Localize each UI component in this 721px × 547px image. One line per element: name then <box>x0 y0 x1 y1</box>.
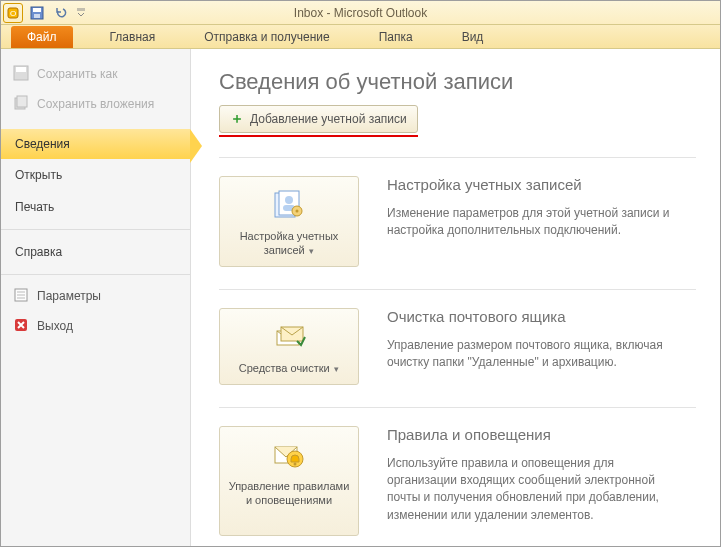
svg-point-24 <box>294 462 297 465</box>
sidebar-exit-label: Выход <box>37 319 73 333</box>
section-text: Правила и оповещения Используйте правила… <box>387 426 687 537</box>
qat-save-icon[interactable] <box>27 3 47 23</box>
section-description: Используйте правила и оповещения для орг… <box>387 455 687 525</box>
chevron-down-icon: ▾ <box>332 364 340 374</box>
backstage-main: Сведения об учетной записи ＋ Добавление … <box>191 49 720 546</box>
window-title: Inbox - Microsoft Outlook <box>294 6 427 20</box>
svg-rect-6 <box>16 67 26 72</box>
exit-icon <box>13 317 29 333</box>
svg-point-19 <box>296 210 299 213</box>
sidebar-info-label: Сведения <box>15 137 70 151</box>
plus-icon: ＋ <box>230 110 244 128</box>
sidebar-divider <box>1 229 190 230</box>
ribbon-tabs: Файл Главная Отправка и получение Папка … <box>1 25 720 49</box>
tab-view[interactable]: Вид <box>450 26 496 48</box>
section-text: Настройка учетных записей Изменение пара… <box>387 176 687 267</box>
svg-rect-8 <box>17 96 27 107</box>
svg-point-16 <box>285 196 293 204</box>
backstage-sidebar: Сохранить как Сохранить вложения Сведени… <box>1 49 191 546</box>
svg-text:O: O <box>10 9 16 18</box>
sidebar-divider <box>1 274 190 275</box>
save-attachments-icon <box>13 95 29 111</box>
tile-manage-rules[interactable]: Управление правилами и оповещениями <box>219 426 359 537</box>
section-description: Изменение параметров для этой учетной за… <box>387 205 687 240</box>
sidebar-item-open[interactable]: Открыть <box>1 159 190 191</box>
tile-cleanup-tools[interactable]: Средства очистки ▾ <box>219 308 359 385</box>
section-title: Правила и оповещения <box>387 426 687 443</box>
sidebar-save-attachments: Сохранить вложения <box>1 89 190 119</box>
sidebar-item-exit[interactable]: Выход <box>1 311 190 341</box>
qat-customize-icon[interactable] <box>75 3 87 23</box>
title-bar: O Inbox - Microsoft Outlook <box>1 1 720 25</box>
tab-folder[interactable]: Папка <box>367 26 425 48</box>
cleanup-icon <box>271 319 307 355</box>
section-title: Настройка учетных записей <box>387 176 687 193</box>
sidebar-options-label: Параметры <box>37 289 101 303</box>
qat-undo-icon[interactable] <box>51 3 71 23</box>
section-description: Управление размером почтового ящика, вкл… <box>387 337 687 372</box>
outlook-app-icon[interactable]: O <box>3 3 23 23</box>
sidebar-item-options[interactable]: Параметры <box>1 281 190 311</box>
options-icon <box>13 287 29 303</box>
section-text: Очистка почтового ящика Управление разме… <box>387 308 687 385</box>
sidebar-save-as: Сохранить как <box>1 59 190 89</box>
tile-account-settings[interactable]: Настройка учетных записей ▾ <box>219 176 359 267</box>
sidebar-save-as-label: Сохранить как <box>37 67 117 81</box>
add-account-highlight: ＋ Добавление учетной записи <box>219 105 418 137</box>
sidebar-save-attachments-label: Сохранить вложения <box>37 97 154 111</box>
tab-home[interactable]: Главная <box>98 26 168 48</box>
svg-rect-4 <box>34 14 40 18</box>
sidebar-item-info[interactable]: Сведения <box>1 129 190 159</box>
chevron-down-icon: ▾ <box>307 246 315 256</box>
sidebar-item-print[interactable]: Печать <box>1 191 190 223</box>
page-title: Сведения об учетной записи <box>219 69 696 95</box>
add-account-label: Добавление учетной записи <box>250 112 407 126</box>
tab-send-receive[interactable]: Отправка и получение <box>192 26 341 48</box>
section-account-settings: Настройка учетных записей ▾ Настройка уч… <box>219 157 696 289</box>
sidebar-item-help[interactable]: Справка <box>1 236 190 268</box>
section-title: Очистка почтового ящика <box>387 308 687 325</box>
save-as-icon <box>13 65 29 81</box>
svg-rect-3 <box>33 8 41 12</box>
section-rules: Управление правилами и оповещениями Прав… <box>219 407 696 546</box>
add-account-button[interactable]: ＋ Добавление учетной записи <box>219 105 418 133</box>
section-cleanup: Средства очистки ▾ Очистка почтового ящи… <box>219 289 696 407</box>
tab-file[interactable]: Файл <box>11 26 73 48</box>
rules-alerts-icon <box>271 437 307 473</box>
account-settings-icon <box>271 187 307 223</box>
